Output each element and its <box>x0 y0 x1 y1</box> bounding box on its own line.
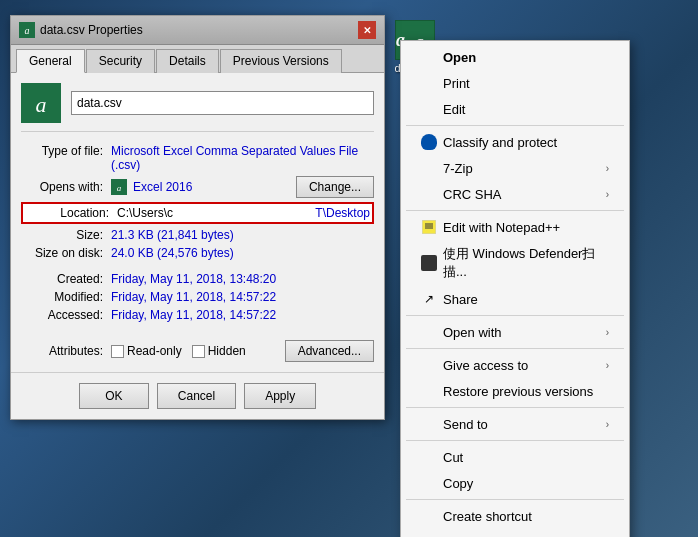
ok-button[interactable]: OK <box>79 383 149 409</box>
tab-details[interactable]: Details <box>156 49 219 73</box>
menu-item-create-shortcut[interactable]: Create shortcut <box>401 503 629 529</box>
modified-label: Modified: <box>21 290 111 304</box>
size-on-disk-label: Size on disk: <box>21 246 111 260</box>
menu-item-label: Share <box>443 292 478 307</box>
menu-item-send-to[interactable]: Send to› <box>401 411 629 437</box>
readonly-label: Read-only <box>127 344 182 358</box>
hidden-checkbox[interactable] <box>192 345 205 358</box>
menu-item-icon-empty <box>421 357 437 373</box>
menu-item-icon-empty <box>421 383 437 399</box>
accessed-row: Accessed: Friday, May 11, 2018, 14:57:22 <box>21 308 374 322</box>
menu-item-icon-empty <box>421 508 437 524</box>
file-header: a <box>21 83 374 132</box>
classify-icon <box>421 134 437 150</box>
menu-item-edit[interactable]: Edit <box>401 96 629 122</box>
menu-item-icon-empty <box>421 160 437 176</box>
dialog-titlebar: a data.csv Properties ✕ <box>11 16 384 45</box>
menu-separator <box>406 499 624 500</box>
menu-item-cut[interactable]: Cut <box>401 444 629 470</box>
location-path: C:\Users\c <box>117 206 173 220</box>
menu-item-label: Print <box>443 76 470 91</box>
menu-item-delete[interactable]: Delete <box>401 529 629 537</box>
cancel-button[interactable]: Cancel <box>157 383 236 409</box>
advanced-button[interactable]: Advanced... <box>285 340 374 362</box>
menu-separator <box>406 440 624 441</box>
hidden-label: Hidden <box>208 344 246 358</box>
change-button[interactable]: Change... <box>296 176 374 198</box>
type-value: Microsoft Excel Comma Separated Values F… <box>111 144 374 172</box>
notepad-icon <box>421 219 437 235</box>
menu-item-icon-empty <box>421 49 437 65</box>
dialog-title-icon: a <box>19 22 35 38</box>
tab-general[interactable]: General <box>16 49 85 73</box>
location-desktop: T\Desktop <box>315 206 370 220</box>
menu-item-crc-sha[interactable]: CRC SHA› <box>401 181 629 207</box>
dialog-buttons: OK Cancel Apply <box>11 372 384 419</box>
share-icon: ↗ <box>421 291 437 307</box>
menu-item-icon-empty <box>421 186 437 202</box>
location-value: C:\Users\c T\Desktop <box>117 206 370 220</box>
menu-item----windows-defender-----[interactable]: 使用 Windows Defender扫描... <box>401 240 629 286</box>
modified-row: Modified: Friday, May 11, 2018, 14:57:22 <box>21 290 374 304</box>
menu-item-classify-and-protect[interactable]: Classify and protect <box>401 129 629 155</box>
menu-item-edit-with-notepad--[interactable]: Edit with Notepad++ <box>401 214 629 240</box>
readonly-checkbox-label[interactable]: Read-only <box>111 344 182 358</box>
hidden-checkbox-label[interactable]: Hidden <box>192 344 246 358</box>
dialog-close-button[interactable]: ✕ <box>358 21 376 39</box>
location-row: Location: C:\Users\c T\Desktop <box>21 202 374 224</box>
type-of-file-row: Type of file: Microsoft Excel Comma Sepa… <box>21 144 374 172</box>
menu-item-copy[interactable]: Copy <box>401 470 629 496</box>
menu-separator <box>406 125 624 126</box>
properties-dialog: a data.csv Properties ✕ General Security… <box>10 15 385 420</box>
readonly-checkbox[interactable] <box>111 345 124 358</box>
menu-item-7-zip[interactable]: 7-Zip› <box>401 155 629 181</box>
context-menu: OpenPrintEditClassify and protect7-Zip›C… <box>400 40 630 537</box>
attributes-label: Attributes: <box>21 344 111 358</box>
menu-item-label: Copy <box>443 476 473 491</box>
size-value: 21.3 KB (21,841 bytes) <box>111 228 374 242</box>
menu-item-label: Restore previous versions <box>443 384 593 399</box>
menu-item-label: Cut <box>443 450 463 465</box>
menu-item-icon-empty <box>421 416 437 432</box>
menu-item-icon-empty <box>421 475 437 491</box>
excel-icon: a <box>111 179 127 195</box>
menu-item-share[interactable]: ↗Share <box>401 286 629 312</box>
tab-previous-versions[interactable]: Previous Versions <box>220 49 342 73</box>
dialog-tabs: General Security Details Previous Versio… <box>11 45 384 73</box>
menu-item-open-with[interactable]: Open with› <box>401 319 629 345</box>
file-name-input[interactable] <box>71 91 374 115</box>
menu-item-give-access-to[interactable]: Give access to› <box>401 352 629 378</box>
size-label: Size: <box>21 228 111 242</box>
menu-item-label: Give access to <box>443 358 528 373</box>
type-label: Type of file: <box>21 144 111 158</box>
submenu-arrow-icon: › <box>606 360 609 371</box>
menu-item-icon-empty <box>421 324 437 340</box>
dialog-content: a Type of file: Microsoft Excel Comma Se… <box>11 73 384 372</box>
size-row: Size: 21.3 KB (21,841 bytes) <box>21 228 374 242</box>
submenu-arrow-icon: › <box>606 163 609 174</box>
menu-item-label: Classify and protect <box>443 135 557 150</box>
created-row: Created: Friday, May 11, 2018, 13:48:20 <box>21 272 374 286</box>
menu-item-label: Open with <box>443 325 502 340</box>
menu-item-label: CRC SHA <box>443 187 502 202</box>
menu-item-label: Edit <box>443 102 465 117</box>
svg-text:a: a <box>36 92 47 117</box>
file-icon-large: a <box>21 83 61 123</box>
dialog-title: data.csv Properties <box>40 23 143 37</box>
menu-separator <box>406 407 624 408</box>
menu-item-label: Edit with Notepad++ <box>443 220 560 235</box>
menu-item-print[interactable]: Print <box>401 70 629 96</box>
menu-item-open[interactable]: Open <box>401 44 629 70</box>
menu-item-restore-previous-versions[interactable]: Restore previous versions <box>401 378 629 404</box>
menu-item-icon-empty <box>421 101 437 117</box>
svg-text:a: a <box>117 183 122 193</box>
apply-button[interactable]: Apply <box>244 383 316 409</box>
menu-item-label: Open <box>443 50 476 65</box>
tab-security[interactable]: Security <box>86 49 155 73</box>
created-label: Created: <box>21 272 111 286</box>
opens-with-value: Excel 2016 <box>133 180 290 194</box>
menu-item-label: Create shortcut <box>443 509 532 524</box>
desktop: a data.csv a data.csv Properties ✕ Gener… <box>0 0 698 537</box>
opens-with-row: Opens with: a Excel 2016 Change... <box>21 176 374 198</box>
accessed-label: Accessed: <box>21 308 111 322</box>
